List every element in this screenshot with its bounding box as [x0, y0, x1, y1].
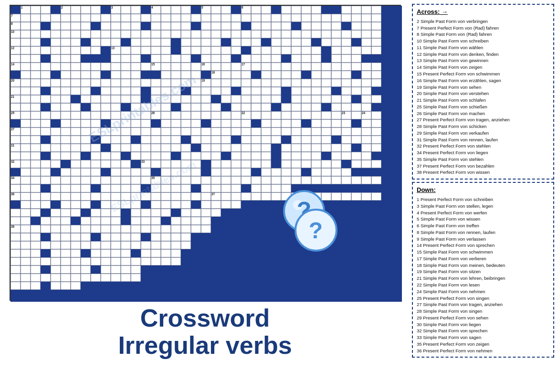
across-clue: 34 Present Perfect Form von liegen [417, 149, 549, 156]
down-clue: 28 Simple Past Form von singen [417, 308, 549, 315]
across-clue: 13 Simple Past Form von gewinnen [417, 57, 549, 64]
down-clue: 35 Present Perfect Form von zeigen [417, 341, 549, 348]
across-clue: 25 Simple Past Form von schießen [417, 104, 549, 110]
down-clue: 1 Present Perfect Form von schreiben [417, 196, 549, 203]
across-clue: 8 Simple Past Form von (Rad) fahren [417, 31, 549, 38]
down-clue: 36 Present Perfect Form von nehmen [417, 348, 549, 354]
crossword-grid: .wc { fill: white; stroke: #888; stroke-… [11, 6, 400, 300]
across-clue: 19 Simple Past Form von sehen [417, 84, 549, 91]
across-clue: 11 Simple Past Form von wählen [417, 44, 549, 51]
across-clues-container: 2 Simple Past Form von verbringen7 Prese… [417, 18, 549, 176]
crossword-title: Crossword Irregular verbs [118, 305, 292, 359]
main-container: .wc { fill: white; stroke: #888; stroke-… [0, 0, 558, 392]
across-clues-box: Across: → 2 Simple Past Form von verbrin… [412, 4, 554, 180]
across-clue: 35 Simple Past Form von stehlen [417, 156, 549, 163]
down-clue: 6 Simple Past Form von treffen [417, 222, 549, 229]
down-clue: 9 Simple Past Form von verlassen [417, 236, 549, 243]
across-header: Across: → [417, 8, 549, 17]
down-clue: 5 Simple Past Form von wissen [417, 216, 549, 222]
down-clue: 19 Simple Past Form von sitzen [417, 268, 549, 275]
down-clue: 27 Simple Past Form von tragen, anziehen [417, 301, 549, 308]
down-clue: 22 Simple Past Form von lesen [417, 282, 549, 288]
down-clue: 25 Present Perfect Form von singen [417, 295, 549, 302]
across-clue: 28 Simple Past Form von schicken [417, 123, 549, 130]
right-panel: Across: → 2 Simple Past Form von verbrin… [410, 0, 558, 392]
down-clue: 8 Simple Past Form von rennen, laufen [417, 229, 549, 236]
across-clue: 27 Present Perfect Form von tragen, anzi… [417, 117, 549, 123]
down-clue: 14 Present Perfect Form von sprechen [417, 242, 549, 249]
across-clue: 12 Simple Past Form von denken, finden [417, 51, 549, 58]
down-clue: 18 Simple Past Form von meinen, bedeuten [417, 262, 549, 269]
across-clue: 26 Simple Past Form von machen [417, 110, 549, 117]
down-clue: 17 Simple Past Form von verlieren [417, 255, 549, 262]
down-clues-container: 1 Present Perfect Form von schreiben3 Si… [417, 196, 549, 354]
across-clue: 37 Present Perfect Form von bezahlen [417, 163, 549, 170]
down-clue: 30 Simple Past Form von liegen [417, 321, 549, 328]
crossword-wrapper: .wc { fill: white; stroke: #888; stroke-… [10, 5, 401, 301]
down-clue: 24 Simple Past Form von nehmen [417, 288, 549, 295]
across-clue: 21 Simple Past Form von schlafen [417, 97, 549, 104]
question-mark-area: ? [287, 201, 345, 259]
title-line2: Irregular verbs [118, 332, 292, 359]
across-clue: 15 Present Perfect Form von schwimmen [417, 71, 549, 77]
across-clue: 29 Simple Past Form von verkaufen [417, 130, 549, 137]
across-clue: 14 Simple Past Form von zeigen [417, 64, 549, 71]
down-clue: 32 Simple Past Form von sprechen [417, 328, 549, 334]
across-clue: 31 Simple Past Form von rennen, laufen [417, 137, 549, 143]
question-icon: ? [295, 209, 337, 252]
across-clue: 38 Present Perfect Form von wissen [417, 169, 549, 176]
across-clue: 20 Simple Past Form von verstehen [417, 90, 549, 97]
down-header: Down: [417, 186, 549, 195]
left-panel: .wc { fill: white; stroke: #888; stroke-… [0, 0, 410, 392]
down-clue: 15 Simple Past Form von schwimmen [417, 249, 549, 255]
across-clue: 7 Present Perfect Form von (Rad) fahren [417, 25, 549, 32]
across-clue: 10 Simple Past Form von schreiben [417, 38, 549, 44]
down-clue: 29 Present Perfect Form von sehen [417, 315, 549, 321]
title-line1: Crossword [118, 305, 292, 332]
down-clues-box: Down: 1 Present Perfect Form von schreib… [412, 182, 554, 358]
across-clue: 2 Simple Past Form von verbringen [417, 18, 549, 25]
down-clue: 21 Simple Past Form von lehren, beibring… [417, 275, 549, 282]
down-clue: 4 Present Perfect Form von werfen [417, 210, 549, 216]
across-clue: 32 Present Perfect Form von stehlen [417, 143, 549, 149]
down-clue: 3 Simple Past Form von stellen, legen [417, 203, 549, 210]
across-clue: 16 Simple Past Form von erzählen, sagen [417, 77, 549, 84]
down-clue: 33 Simple Past Form von sagen [417, 334, 549, 341]
